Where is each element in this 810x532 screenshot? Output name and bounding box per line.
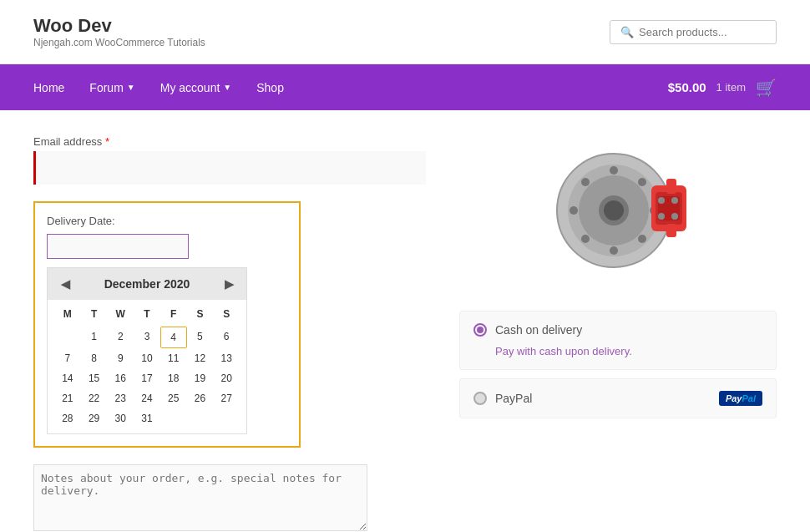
calendar-day[interactable]: 8: [81, 348, 108, 368]
day-F: F: [160, 305, 187, 323]
email-label: Email address *: [33, 135, 426, 148]
svg-rect-20: [666, 179, 676, 194]
svg-point-11: [581, 235, 590, 243]
calendar-day[interactable]: 14: [54, 368, 81, 388]
payment-option-paypal[interactable]: PayPal PayPal: [459, 378, 777, 418]
svg-point-5: [610, 166, 618, 175]
navigation: Home Forum ▼ My account ▼ Shop $50.00 1 …: [0, 64, 810, 110]
calendar-day: [54, 327, 81, 348]
order-notes-section: [33, 464, 426, 532]
nav-my-account[interactable]: My account ▼: [160, 81, 232, 94]
header: Woo Dev Njengah.com WooCommerce Tutorial…: [0, 0, 810, 64]
site-title: Woo Dev: [33, 15, 205, 37]
calendar-day[interactable]: 21: [54, 388, 81, 408]
order-notes-textarea[interactable]: [33, 464, 367, 531]
calendar-day[interactable]: 19: [187, 368, 214, 388]
calendar-day[interactable]: 13: [213, 348, 240, 368]
day-W: W: [107, 305, 134, 323]
calendar-day[interactable]: 5: [187, 327, 214, 348]
calendar-day[interactable]: 26: [187, 388, 214, 408]
calendar-day[interactable]: 2: [107, 327, 134, 348]
paypal-logo: PayPal: [719, 391, 762, 406]
cod-description: Pay with cash upon delivery.: [473, 345, 762, 357]
svg-point-12: [638, 235, 646, 243]
day-T1: T: [81, 305, 108, 323]
payment-options: Cash on delivery Pay with cash upon deli…: [459, 311, 777, 418]
calendar: ◀ December 2020 ▶ M T W T F S S 123: [47, 267, 247, 434]
site-subtitle: Njengah.com WooCommerce Tutorials: [33, 37, 205, 48]
nav-forum[interactable]: Forum ▼: [89, 81, 134, 94]
calendar-day: [187, 408, 214, 428]
cart-icon[interactable]: 🛒: [756, 78, 777, 98]
svg-point-19: [671, 213, 678, 220]
paypal-label: PayPal: [495, 392, 532, 405]
calendar-day[interactable]: 10: [134, 348, 160, 368]
email-input[interactable]: [33, 151, 426, 185]
nav-left: Home Forum ▼ My account ▼ Shop: [33, 81, 284, 94]
calendar-day: [160, 408, 187, 428]
calendar-day[interactable]: 25: [160, 388, 187, 408]
svg-point-9: [581, 178, 590, 186]
calendar-day[interactable]: 1: [81, 327, 108, 348]
calendar-month-title: December 2020: [104, 277, 190, 291]
cod-header: Cash on delivery: [473, 323, 762, 337]
cod-radio[interactable]: [473, 323, 487, 337]
calendar-day[interactable]: 7: [54, 348, 81, 368]
calendar-day[interactable]: 3: [134, 327, 160, 348]
calendar-day[interactable]: 16: [107, 368, 134, 388]
svg-point-4: [604, 200, 624, 220]
day-T2: T: [134, 305, 160, 323]
calendar-day[interactable]: 6: [213, 327, 240, 348]
calendar-next-button[interactable]: ▶: [220, 275, 238, 293]
calendar-days-header: M T W T F S S: [54, 305, 240, 323]
product-image: [543, 144, 693, 277]
nav-shop[interactable]: Shop: [256, 81, 284, 94]
calendar-day[interactable]: 20: [213, 368, 240, 388]
paypal-radio[interactable]: [473, 392, 487, 405]
svg-point-6: [610, 246, 618, 255]
calendar-day: [213, 408, 240, 428]
calendar-day[interactable]: 31: [134, 408, 160, 428]
main-content: Email address * Delivery Date: ◀ Decembe…: [0, 110, 810, 532]
calendar-day[interactable]: 17: [134, 368, 160, 388]
payment-option-cod[interactable]: Cash on delivery Pay with cash upon deli…: [459, 311, 777, 370]
search-icon: 🔍: [620, 26, 634, 38]
calendar-day[interactable]: 9: [107, 348, 134, 368]
delivery-date-input[interactable]: [47, 234, 189, 259]
svg-rect-21: [666, 224, 676, 237]
svg-point-10: [638, 178, 646, 186]
search-input[interactable]: [639, 26, 764, 38]
svg-point-16: [658, 197, 665, 204]
calendar-day[interactable]: 29: [81, 408, 108, 428]
site-branding: Woo Dev Njengah.com WooCommerce Tutorial…: [33, 15, 205, 48]
product-image-area: [459, 135, 777, 286]
calendar-day[interactable]: 11: [160, 348, 187, 368]
forum-dropdown-icon: ▼: [127, 83, 135, 92]
calendar-day[interactable]: 4: [160, 327, 187, 348]
delivery-date-section: Delivery Date: ◀ December 2020 ▶ M T W T…: [33, 201, 301, 448]
calendar-day[interactable]: 28: [54, 408, 81, 428]
required-star: *: [105, 135, 109, 148]
cod-radio-dot: [477, 327, 483, 333]
nav-home[interactable]: Home: [33, 81, 64, 94]
day-S2: S: [213, 305, 240, 323]
email-field-group: Email address *: [33, 135, 426, 201]
svg-point-17: [671, 197, 678, 204]
svg-point-18: [658, 213, 665, 220]
calendar-day[interactable]: 15: [81, 368, 108, 388]
calendar-day[interactable]: 30: [107, 408, 134, 428]
calendar-grid: M T W T F S S 12345678910111213141516171…: [48, 300, 246, 433]
cod-label: Cash on delivery: [495, 323, 582, 337]
calendar-day[interactable]: 18: [160, 368, 187, 388]
calendar-day[interactable]: 22: [81, 388, 108, 408]
calendar-day[interactable]: 27: [213, 388, 240, 408]
cart-count: 1 item: [716, 81, 746, 94]
delivery-date-label: Delivery Date:: [47, 215, 287, 227]
search-box[interactable]: 🔍: [610, 20, 777, 44]
day-M: M: [54, 305, 81, 323]
calendar-day[interactable]: 23: [107, 388, 134, 408]
calendar-day[interactable]: 24: [134, 388, 160, 408]
calendar-day[interactable]: 12: [187, 348, 214, 368]
calendar-prev-button[interactable]: ◀: [56, 275, 74, 293]
left-column: Email address * Delivery Date: ◀ Decembe…: [33, 135, 426, 532]
